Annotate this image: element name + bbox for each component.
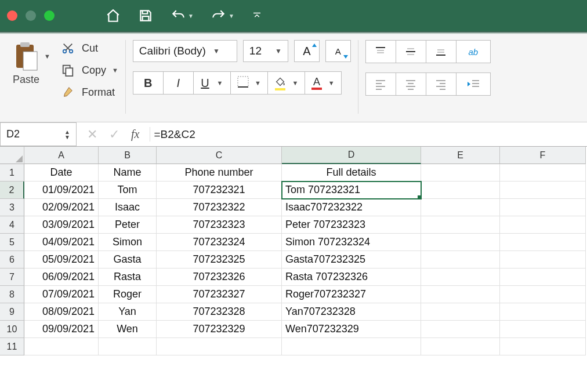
copy-dropdown-caret[interactable]: ▼ bbox=[112, 67, 118, 74]
cell-F11[interactable] bbox=[500, 338, 586, 355]
row-header-6[interactable]: 6 bbox=[0, 251, 24, 268]
align-bottom-button[interactable] bbox=[426, 40, 456, 63]
accept-formula-icon[interactable]: ✓ bbox=[109, 127, 119, 142]
cell-C1[interactable]: Phone number bbox=[157, 164, 282, 182]
cell-F1[interactable] bbox=[500, 164, 586, 182]
align-middle-button[interactable] bbox=[396, 40, 426, 63]
close-window-button[interactable] bbox=[7, 10, 17, 21]
name-box[interactable]: D2 ▲▼ bbox=[0, 122, 77, 146]
cell-B7[interactable]: Rasta bbox=[99, 268, 157, 286]
column-header-A[interactable]: A bbox=[24, 147, 99, 164]
cell-F7[interactable] bbox=[500, 268, 586, 286]
row-header-7[interactable]: 7 bbox=[0, 268, 24, 286]
cell-A6[interactable]: 05/09/2021 bbox=[24, 251, 99, 268]
cell-B1[interactable]: Name bbox=[99, 164, 157, 182]
cell-E9[interactable] bbox=[421, 303, 500, 321]
shrink-font-button[interactable]: A bbox=[325, 40, 351, 62]
cancel-formula-icon[interactable]: ✕ bbox=[87, 127, 97, 142]
font-size-combo[interactable]: 12 ▼ bbox=[243, 40, 288, 62]
cell-E3[interactable] bbox=[421, 199, 500, 216]
copy-button[interactable]: Copy ▼ bbox=[60, 63, 118, 77]
cell-B6[interactable]: Gasta bbox=[99, 251, 157, 268]
cell-E11[interactable] bbox=[421, 338, 500, 355]
cell-F8[interactable] bbox=[500, 286, 586, 303]
fx-icon[interactable]: fx bbox=[131, 128, 139, 141]
cell-D9[interactable]: Yan707232328 bbox=[282, 303, 421, 321]
formula-input[interactable]: =B2&C2 bbox=[150, 128, 587, 141]
cell-E10[interactable] bbox=[421, 321, 500, 338]
cell-E1[interactable] bbox=[421, 164, 500, 182]
cell-F10[interactable] bbox=[500, 321, 586, 338]
cell-A5[interactable]: 04/09/2021 bbox=[24, 234, 99, 251]
cell-A2[interactable]: 01/09/2021 bbox=[24, 182, 99, 199]
cell-D11[interactable] bbox=[282, 338, 421, 355]
borders-button[interactable]: ▼ bbox=[230, 71, 267, 95]
cell-A10[interactable]: 09/09/2021 bbox=[24, 321, 99, 338]
cell-C6[interactable]: 707232325 bbox=[157, 251, 282, 268]
save-icon[interactable] bbox=[138, 8, 153, 23]
cell-A9[interactable]: 08/09/2021 bbox=[24, 303, 99, 321]
column-header-B[interactable]: B bbox=[99, 147, 157, 164]
cell-F4[interactable] bbox=[500, 216, 586, 234]
cell-A7[interactable]: 06/09/2021 bbox=[24, 268, 99, 286]
column-header-D[interactable]: D bbox=[282, 147, 421, 164]
grow-font-button[interactable]: A bbox=[294, 40, 320, 62]
column-header-C[interactable]: C bbox=[157, 147, 282, 164]
column-header-F[interactable]: F bbox=[500, 147, 586, 164]
cell-A4[interactable]: 03/09/2021 bbox=[24, 216, 99, 234]
cell-B9[interactable]: Yan bbox=[99, 303, 157, 321]
cell-C10[interactable]: 707232329 bbox=[157, 321, 282, 338]
cell-E5[interactable] bbox=[421, 234, 500, 251]
underline-button[interactable]: U▼ bbox=[193, 71, 230, 95]
row-header-11[interactable]: 11 bbox=[0, 338, 24, 355]
cell-A3[interactable]: 02/09/2021 bbox=[24, 199, 99, 216]
cell-D6[interactable]: Gasta707232325 bbox=[282, 251, 421, 268]
cell-A1[interactable]: Date bbox=[24, 164, 99, 182]
align-left-button[interactable] bbox=[365, 72, 396, 96]
paste-button[interactable]: Paste bbox=[13, 38, 39, 86]
redo-button[interactable]: ▼ bbox=[211, 8, 234, 23]
align-right-button[interactable] bbox=[426, 72, 456, 96]
home-icon[interactable] bbox=[106, 8, 121, 23]
cell-D5[interactable]: Simon 707232324 bbox=[282, 234, 421, 251]
cell-B8[interactable]: Roger bbox=[99, 286, 157, 303]
cell-C9[interactable]: 707232328 bbox=[157, 303, 282, 321]
cell-F5[interactable] bbox=[500, 234, 586, 251]
align-top-button[interactable] bbox=[365, 40, 396, 63]
cell-C8[interactable]: 707232327 bbox=[157, 286, 282, 303]
cell-E8[interactable] bbox=[421, 286, 500, 303]
undo-button[interactable]: ▼ bbox=[171, 8, 194, 23]
redo-dropdown-caret[interactable]: ▼ bbox=[229, 13, 234, 19]
cell-C2[interactable]: 707232321 bbox=[157, 182, 282, 199]
font-color-button[interactable]: A ▼ bbox=[305, 71, 342, 95]
font-name-combo[interactable]: Calibri (Body) ▼ bbox=[133, 40, 237, 62]
cell-B11[interactable] bbox=[99, 338, 157, 355]
row-header-9[interactable]: 9 bbox=[0, 303, 24, 321]
cell-C11[interactable] bbox=[157, 338, 282, 355]
row-header-8[interactable]: 8 bbox=[0, 286, 24, 303]
cell-F9[interactable] bbox=[500, 303, 586, 321]
cut-button[interactable]: Cut bbox=[60, 41, 118, 55]
column-header-E[interactable]: E bbox=[421, 147, 500, 164]
zoom-window-button[interactable] bbox=[44, 10, 55, 21]
paste-dropdown-caret[interactable]: ▼ bbox=[44, 53, 50, 60]
cell-E7[interactable] bbox=[421, 268, 500, 286]
cell-D3[interactable]: Isaac707232322 bbox=[282, 199, 421, 216]
cell-A11[interactable] bbox=[24, 338, 99, 355]
cell-D2[interactable]: Tom 707232321 bbox=[282, 182, 421, 199]
wrap-text-button[interactable]: ab bbox=[456, 40, 491, 63]
cell-F6[interactable] bbox=[500, 251, 586, 268]
row-header-1[interactable]: 1 bbox=[0, 164, 24, 182]
format-painter-button[interactable]: Format bbox=[60, 85, 118, 99]
cell-D1[interactable]: Full details bbox=[282, 164, 421, 182]
align-center-button[interactable] bbox=[396, 72, 426, 96]
row-header-2[interactable]: 2 bbox=[0, 182, 24, 199]
undo-dropdown-caret[interactable]: ▼ bbox=[188, 13, 194, 19]
name-box-stepper[interactable]: ▲▼ bbox=[64, 129, 70, 140]
cell-E4[interactable] bbox=[421, 216, 500, 234]
row-header-3[interactable]: 3 bbox=[0, 199, 24, 216]
cell-D10[interactable]: Wen707232329 bbox=[282, 321, 421, 338]
cell-C7[interactable]: 707232326 bbox=[157, 268, 282, 286]
cell-F3[interactable] bbox=[500, 199, 586, 216]
row-header-5[interactable]: 5 bbox=[0, 234, 24, 251]
